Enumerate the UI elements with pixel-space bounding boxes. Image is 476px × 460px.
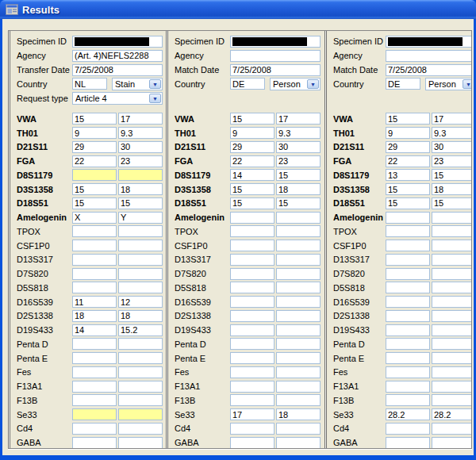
combo-country-type[interactable]: Person▼ bbox=[270, 78, 321, 90]
allele-th01-match-1-b[interactable]: 9.3 bbox=[276, 127, 321, 139]
allele-se33-request-b[interactable] bbox=[118, 408, 163, 420]
titlebar[interactable]: Results bbox=[0, 0, 476, 19]
allele-th01-request-a[interactable]: 9 bbox=[72, 127, 117, 139]
combo-country-type[interactable]: Stain▼ bbox=[112, 78, 163, 90]
allele-d13s317-request-b[interactable] bbox=[118, 254, 163, 266]
allele-penta-e-match-2-b[interactable] bbox=[432, 352, 471, 364]
allele-gaba-match-1-a[interactable] bbox=[230, 437, 274, 448]
allele-d8s1179-match-2-b[interactable]: 15 bbox=[432, 169, 471, 181]
allele-vwa-match-1-a[interactable]: 15 bbox=[230, 113, 274, 125]
allele-d3s1358-match-1-b[interactable]: 18 bbox=[276, 183, 321, 195]
allele-d19s433-match-1-b[interactable] bbox=[276, 324, 321, 336]
allele-cd4-match-1-b[interactable] bbox=[276, 423, 321, 435]
allele-th01-request-b[interactable]: 9.3 bbox=[118, 127, 163, 139]
allele-d16s539-match-1-b[interactable] bbox=[276, 296, 321, 308]
allele-tpox-match-2-a[interactable] bbox=[386, 225, 430, 237]
allele-fes-request-a[interactable] bbox=[72, 366, 117, 378]
allele-gaba-match-2-a[interactable] bbox=[386, 437, 430, 448]
allele-d13s317-match-1-b[interactable] bbox=[276, 254, 321, 266]
allele-vwa-match-1-b[interactable]: 17 bbox=[276, 113, 321, 125]
combo-country-type[interactable]: Person▼ bbox=[425, 78, 471, 90]
allele-d18s51-request-a[interactable]: 15 bbox=[72, 197, 117, 209]
allele-amelogenin-match-2-a[interactable] bbox=[386, 212, 430, 224]
chevron-down-icon[interactable]: ▼ bbox=[463, 79, 471, 89]
allele-penta-d-match-1-a[interactable] bbox=[230, 338, 274, 350]
allele-se33-request-a[interactable] bbox=[72, 408, 117, 420]
allele-penta-e-request-a[interactable] bbox=[72, 352, 117, 364]
allele-d16s539-match-2-b[interactable] bbox=[432, 296, 471, 308]
allele-d18s51-match-1-b[interactable]: 15 bbox=[276, 197, 321, 209]
allele-se33-match-2-b[interactable]: 28.2 bbox=[432, 408, 471, 420]
allele-fes-match-2-a[interactable] bbox=[386, 366, 430, 378]
allele-d21s11-match-2-b[interactable]: 30 bbox=[432, 141, 471, 153]
allele-vwa-request-a[interactable]: 15 bbox=[72, 113, 117, 125]
allele-d16s539-request-a[interactable]: 11 bbox=[72, 296, 117, 308]
allele-d21s11-match-1-a[interactable]: 29 bbox=[230, 141, 274, 153]
allele-d18s51-match-2-b[interactable]: 15 bbox=[432, 197, 471, 209]
allele-amelogenin-request-b[interactable]: Y bbox=[118, 212, 163, 224]
allele-d7s820-match-2-b[interactable] bbox=[432, 268, 471, 280]
allele-d8s1179-match-1-a[interactable]: 14 bbox=[230, 169, 274, 181]
allele-d5s818-match-2-a[interactable] bbox=[386, 282, 430, 293]
allele-cd4-match-1-a[interactable] bbox=[230, 423, 274, 435]
allele-d21s11-request-a[interactable]: 29 bbox=[72, 141, 117, 153]
allele-d3s1358-match-2-b[interactable]: 18 bbox=[432, 183, 471, 195]
allele-vwa-match-2-b[interactable]: 17 bbox=[432, 113, 471, 125]
allele-d13s317-match-2-b[interactable] bbox=[432, 254, 471, 266]
combo-request-type[interactable]: Article 4▼ bbox=[72, 92, 163, 105]
allele-d13s317-match-2-a[interactable] bbox=[386, 254, 430, 266]
allele-penta-d-request-b[interactable] bbox=[118, 338, 163, 350]
allele-amelogenin-match-1-a[interactable] bbox=[230, 212, 274, 224]
specimen-id-field[interactable] bbox=[72, 36, 163, 48]
allele-d7s820-request-a[interactable] bbox=[72, 268, 117, 280]
allele-amelogenin-match-1-b[interactable] bbox=[276, 212, 321, 224]
allele-penta-e-request-b[interactable] bbox=[118, 352, 163, 364]
allele-tpox-match-1-b[interactable] bbox=[276, 225, 321, 237]
chevron-down-icon[interactable]: ▼ bbox=[149, 94, 161, 103]
allele-d7s820-match-1-a[interactable] bbox=[230, 268, 274, 280]
allele-d16s539-match-1-a[interactable] bbox=[230, 296, 274, 308]
agency-field[interactable] bbox=[386, 50, 471, 62]
allele-penta-d-request-a[interactable] bbox=[72, 338, 117, 350]
allele-d3s1358-match-1-a[interactable]: 15 bbox=[230, 183, 274, 195]
allele-d3s1358-request-b[interactable]: 18 bbox=[118, 183, 163, 195]
allele-penta-d-match-2-a[interactable] bbox=[386, 338, 430, 350]
allele-d18s51-request-b[interactable]: 15 bbox=[118, 197, 163, 209]
allele-d19s433-match-1-a[interactable] bbox=[230, 324, 274, 336]
match-date-field[interactable]: 7/25/2008 bbox=[230, 64, 321, 76]
allele-d2s1338-match-1-a[interactable] bbox=[230, 310, 274, 322]
specimen-id-field[interactable] bbox=[230, 36, 321, 48]
country-code-field[interactable]: DE bbox=[386, 78, 420, 90]
allele-f13a1-request-b[interactable] bbox=[118, 381, 163, 393]
allele-se33-match-1-b[interactable]: 18 bbox=[276, 408, 321, 420]
agency-field[interactable] bbox=[230, 50, 321, 62]
allele-fes-request-b[interactable] bbox=[118, 366, 163, 378]
allele-d7s820-match-2-a[interactable] bbox=[386, 268, 430, 280]
allele-tpox-request-b[interactable] bbox=[118, 225, 163, 237]
allele-d19s433-match-2-a[interactable] bbox=[386, 324, 430, 336]
allele-d2s1338-match-1-b[interactable] bbox=[276, 310, 321, 322]
allele-th01-match-2-a[interactable]: 9 bbox=[386, 127, 430, 139]
allele-d18s51-match-2-a[interactable]: 15 bbox=[386, 197, 430, 209]
allele-vwa-request-b[interactable]: 17 bbox=[118, 113, 163, 125]
country-code-field[interactable]: NL bbox=[72, 78, 107, 90]
allele-penta-d-match-1-b[interactable] bbox=[276, 338, 321, 350]
allele-penta-e-match-1-b[interactable] bbox=[276, 352, 321, 364]
allele-gaba-request-a[interactable] bbox=[72, 437, 117, 448]
allele-d13s317-request-a[interactable] bbox=[72, 254, 117, 266]
allele-d19s433-request-a[interactable]: 14 bbox=[72, 324, 117, 336]
allele-se33-match-2-a[interactable]: 28.2 bbox=[386, 408, 430, 420]
allele-penta-d-match-2-b[interactable] bbox=[432, 338, 471, 350]
allele-f13b-match-2-a[interactable] bbox=[386, 394, 430, 406]
allele-f13b-match-1-a[interactable] bbox=[230, 394, 274, 406]
allele-csf1p0-match-2-b[interactable] bbox=[432, 240, 471, 251]
allele-f13a1-match-2-b[interactable] bbox=[432, 381, 471, 393]
allele-f13a1-match-1-b[interactable] bbox=[276, 381, 321, 393]
allele-d21s11-match-1-b[interactable]: 30 bbox=[276, 141, 321, 153]
allele-cd4-match-2-b[interactable] bbox=[432, 423, 471, 435]
allele-tpox-match-2-b[interactable] bbox=[432, 225, 471, 237]
allele-fga-request-b[interactable]: 23 bbox=[118, 155, 163, 167]
allele-tpox-match-1-a[interactable] bbox=[230, 225, 274, 237]
allele-amelogenin-request-a[interactable]: X bbox=[72, 212, 117, 224]
allele-f13b-match-1-b[interactable] bbox=[276, 394, 321, 406]
